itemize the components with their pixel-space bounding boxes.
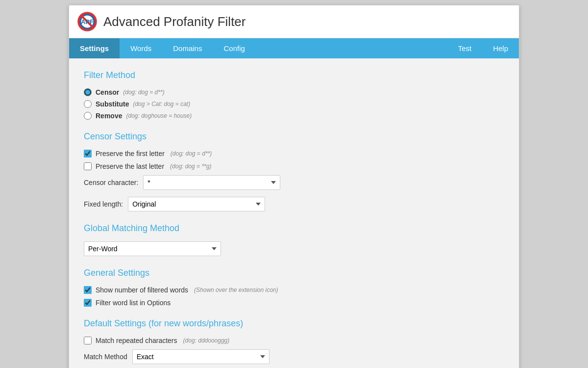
filter-method-section: Filter Method Censor (dog: dog = d**) Su…	[84, 70, 504, 120]
checkbox-show-count-hint: (Shown over the extension icon)	[194, 287, 278, 293]
radio-row-censor: Censor (dog: dog = d**)	[84, 88, 504, 96]
checkbox-last-letter-hint: (dog: dog = **g)	[170, 163, 211, 170]
checkbox-row-first-letter: Preserve the first letter (dog: dog = d*…	[84, 150, 504, 158]
checkbox-row-repeated-chars: Match repeated characters (dog: dddooogg…	[84, 337, 504, 344]
censor-settings-title: Censor Settings	[84, 131, 504, 142]
radio-remove-label[interactable]: Remove	[96, 112, 122, 120]
checkbox-last-letter[interactable]	[84, 162, 92, 170]
radio-remove-hint: (dog: doghouse = house)	[126, 112, 192, 119]
censor-settings-section: Censor Settings Preserve the first lette…	[84, 131, 504, 211]
checkbox-first-letter-label[interactable]: Preserve the first letter	[96, 150, 165, 158]
radio-substitute-label[interactable]: Substitute	[96, 100, 129, 108]
fixed-length-label: Fixed length:	[84, 200, 123, 208]
default-settings-title: Default Settings (for new words/phrases)	[84, 318, 504, 329]
radio-remove[interactable]	[84, 112, 92, 120]
checkbox-show-count[interactable]	[84, 286, 92, 294]
match-method-label: Match Method	[84, 353, 127, 361]
main-content: Filter Method Censor (dog: dog = d**) Su…	[69, 58, 519, 368]
checkbox-show-count-label[interactable]: Show number of filtered words	[96, 286, 188, 294]
global-matching-title: Global Matching Method	[84, 223, 504, 234]
global-matching-section: Global Matching Method Per-Word Exact Pa…	[84, 223, 504, 256]
match-method-select[interactable]: Exact Partial Whole	[132, 349, 270, 364]
nav-settings[interactable]: Settings	[69, 38, 120, 58]
checkbox-filter-word-list[interactable]	[84, 299, 92, 307]
radio-row-remove: Remove (dog: doghouse = house)	[84, 112, 504, 120]
radio-censor-hint: (dog: dog = d**)	[123, 89, 164, 96]
radio-row-substitute: Substitute (dog > Cat: dog = cat)	[84, 100, 504, 108]
checkbox-row-filter-word-list: Filter word list in Options	[84, 299, 504, 307]
match-method-row: Match Method Exact Partial Whole	[84, 349, 504, 364]
nav-test[interactable]: Test	[447, 38, 483, 58]
nav-bar: Settings Words Domains Config Test Help	[69, 38, 519, 58]
default-settings-section: Default Settings (for new words/phrases)…	[84, 318, 504, 364]
filter-method-title: Filter Method	[84, 70, 504, 80]
checkbox-last-letter-label[interactable]: Preserve the last letter	[96, 162, 164, 170]
fixed-length-select[interactable]: Original 5 8	[128, 197, 265, 211]
checkbox-row-last-letter: Preserve the last letter (dog: dog = **g…	[84, 162, 504, 170]
radio-substitute[interactable]	[84, 100, 92, 108]
global-matching-row: Per-Word Exact Partial	[84, 241, 504, 256]
general-settings-title: General Settings	[84, 268, 504, 278]
nav-words[interactable]: Words	[120, 38, 162, 58]
app-title: Advanced Profanity Filter	[103, 14, 245, 29]
app-logo: APF	[77, 11, 98, 32]
general-settings-section: General Settings Show number of filtered…	[84, 268, 504, 307]
nav-help[interactable]: Help	[482, 38, 519, 58]
checkbox-filter-word-list-label[interactable]: Filter word list in Options	[96, 299, 171, 307]
checkbox-repeated-chars-hint: (dog: dddoooggg)	[183, 337, 230, 344]
checkbox-first-letter[interactable]	[84, 150, 92, 158]
app-container: APF Advanced Profanity Filter Settings W…	[69, 5, 519, 368]
svg-text:APF: APF	[81, 18, 94, 26]
radio-censor[interactable]	[84, 88, 92, 96]
global-matching-select[interactable]: Per-Word Exact Partial	[84, 241, 221, 256]
censor-character-select[interactable]: * # @ !	[143, 175, 280, 190]
nav-domains[interactable]: Domains	[162, 38, 213, 58]
checkbox-row-show-count: Show number of filtered words (Shown ove…	[84, 286, 504, 294]
censor-character-row: Censor character: * # @ !	[84, 175, 504, 190]
fixed-length-row: Fixed length: Original 5 8	[84, 197, 504, 211]
checkbox-repeated-chars[interactable]	[84, 337, 92, 344]
radio-substitute-hint: (dog > Cat: dog = cat)	[133, 101, 190, 107]
checkbox-repeated-chars-label[interactable]: Match repeated characters	[96, 337, 177, 344]
checkbox-first-letter-hint: (dog: dog = d**)	[171, 150, 212, 157]
nav-config[interactable]: Config	[213, 38, 255, 58]
censor-character-label: Censor character:	[84, 179, 138, 186]
radio-censor-label[interactable]: Censor	[96, 88, 119, 96]
app-header: APF Advanced Profanity Filter	[69, 5, 519, 38]
